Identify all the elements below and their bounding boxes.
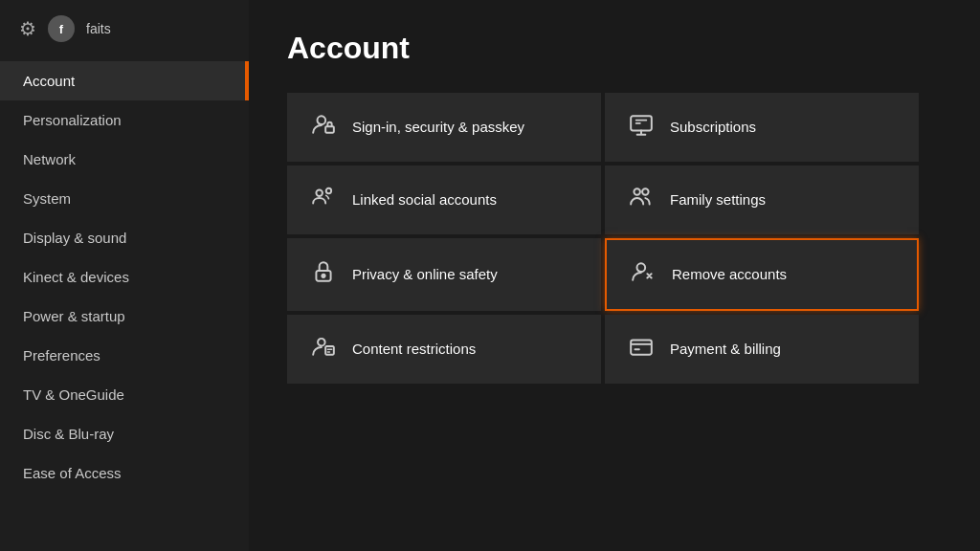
subscriptions-label: Subscriptions	[670, 118, 756, 137]
sidebar-username: faits	[86, 21, 111, 36]
grid-item-payment-billing[interactable]: Payment & billing	[605, 315, 919, 384]
svg-rect-2	[631, 116, 652, 130]
svg-point-0	[318, 116, 326, 124]
sidebar-item-network[interactable]: Network	[0, 140, 249, 179]
svg-rect-1	[325, 126, 334, 133]
remove-accounts-label: Remove accounts	[672, 265, 787, 284]
screen-icon	[628, 112, 655, 143]
account-grid: Sign-in, security & passkey Subscription…	[287, 93, 919, 384]
sidebar-item-tv-oneguide[interactable]: TV & OneGuide	[0, 375, 249, 414]
grid-item-remove-accounts[interactable]: Remove accounts	[605, 238, 919, 311]
sidebar-item-ease-of-access[interactable]: Ease of Access	[0, 453, 249, 493]
svg-point-6	[642, 188, 649, 195]
grid-item-family-settings[interactable]: Family settings	[605, 165, 919, 234]
sidebar-item-disc-bluray[interactable]: Disc & Blu-ray	[0, 414, 249, 453]
payment-billing-label: Payment & billing	[670, 340, 781, 359]
lock-icon	[310, 259, 337, 290]
card-icon	[628, 334, 655, 364]
svg-rect-12	[631, 341, 652, 355]
family-settings-label: Family settings	[670, 190, 766, 209]
sidebar-header: ⚙ f faits	[0, 0, 249, 57]
avatar: f	[48, 15, 75, 42]
sidebar-item-system[interactable]: System	[0, 179, 249, 218]
grid-item-privacy-safety[interactable]: Privacy & online safety	[287, 238, 601, 311]
sidebar-nav: Account Personalization Network System D…	[0, 61, 249, 493]
svg-point-3	[316, 189, 323, 196]
sidebar-item-preferences[interactable]: Preferences	[0, 336, 249, 375]
sidebar-item-personalization[interactable]: Personalization	[0, 100, 249, 140]
svg-point-5	[634, 188, 640, 195]
sidebar-item-power-startup[interactable]: Power & startup	[0, 297, 249, 336]
linked-social-label: Linked social accounts	[352, 190, 497, 209]
svg-rect-11	[325, 346, 334, 355]
gear-icon: ⚙	[19, 17, 36, 40]
grid-item-content-restrictions[interactable]: Content restrictions	[287, 315, 601, 384]
grid-item-linked-social[interactable]: Linked social accounts	[287, 165, 601, 234]
svg-point-9	[637, 263, 646, 272]
family-icon	[628, 185, 655, 215]
sidebar-item-account[interactable]: Account	[0, 61, 249, 100]
page-title: Account	[287, 31, 942, 66]
person-remove-icon	[630, 259, 657, 290]
grid-item-subscriptions[interactable]: Subscriptions	[605, 93, 919, 162]
sidebar-item-display-sound[interactable]: Display & sound	[0, 218, 249, 257]
person-lock-icon	[310, 112, 337, 143]
svg-point-4	[326, 188, 331, 193]
main-content: Account Sign-in, security & passkey	[249, 0, 980, 551]
privacy-safety-label: Privacy & online safety	[352, 265, 498, 284]
link-person-icon	[310, 185, 337, 215]
sidebar-item-kinect-devices[interactable]: Kinect & devices	[0, 257, 249, 297]
person-badge-icon	[310, 334, 337, 364]
content-restrictions-label: Content restrictions	[352, 340, 476, 359]
svg-point-10	[318, 339, 325, 346]
sidebar: ⚙ f faits Account Personalization Networ…	[0, 0, 249, 551]
grid-item-sign-in[interactable]: Sign-in, security & passkey	[287, 93, 601, 162]
sign-in-label: Sign-in, security & passkey	[352, 118, 524, 137]
svg-point-8	[322, 275, 324, 277]
